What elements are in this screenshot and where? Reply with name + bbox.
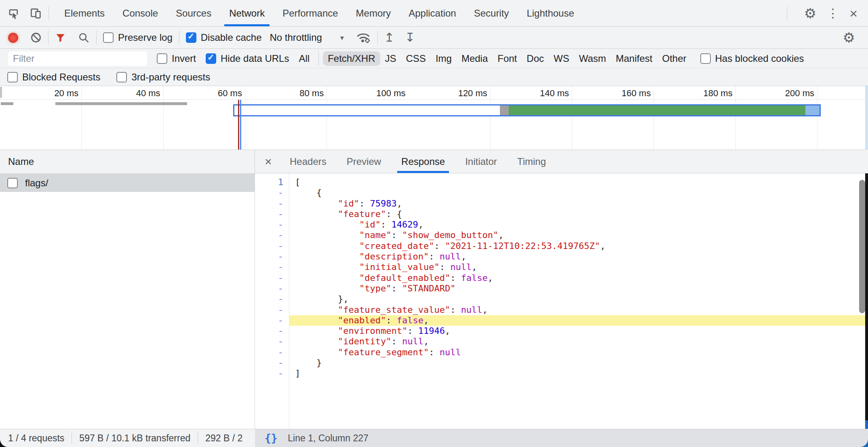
request-type-filters: AllFetch/XHRJSCSSImgMediaFontDocWSWasmMa… — [294, 51, 691, 66]
main-tab-memory[interactable]: Memory — [347, 0, 400, 26]
fold-marker: - — [255, 294, 289, 304]
filter-type-font[interactable]: Font — [493, 51, 522, 66]
response-line: - "feature_segment": null — [255, 347, 865, 358]
hide-data-urls-checkbox[interactable] — [206, 53, 216, 64]
response-json: 1[- {- "id": 75983,- "feature": {- "id":… — [255, 177, 865, 379]
fold-marker: - — [255, 230, 289, 240]
filter-type-doc[interactable]: Doc — [522, 51, 549, 66]
status-item: 1 / 4 requests — [8, 433, 64, 444]
network-settings-gear-icon[interactable]: ⚙ — [843, 31, 855, 44]
close-icon[interactable]: × — [849, 6, 857, 20]
name-column-header[interactable]: Name — [0, 150, 255, 174]
main-tab-performance[interactable]: Performance — [274, 0, 347, 26]
request-bar-small[interactable] — [1, 102, 13, 105]
preserve-log-checkbox[interactable] — [103, 32, 114, 43]
status-item: 597 B / 10.1 kB transferred — [79, 433, 190, 444]
filter-type-img[interactable]: Img — [431, 51, 457, 66]
ruler-tick-label: 200 ms — [757, 88, 814, 99]
device-toolbar-icon[interactable] — [29, 7, 42, 20]
search-icon[interactable] — [78, 32, 90, 44]
more-kebab-icon[interactable]: ⋮ — [827, 7, 839, 19]
vertical-scrollbar[interactable] — [859, 180, 865, 313]
response-line-highlighted: - "enabled": false, — [255, 315, 865, 326]
has-blocked-cookies-label: Has blocked cookies — [715, 53, 804, 64]
details-tab-initiator[interactable]: Initiator — [456, 150, 506, 173]
response-line: - "feature": { — [255, 209, 865, 219]
main-tab-elements[interactable]: Elements — [55, 0, 114, 26]
response-line: - "initial_value": null, — [255, 262, 865, 272]
blocked-requests-checkbox[interactable] — [7, 72, 18, 82]
main-tab-application[interactable]: Application — [400, 0, 465, 26]
request-name: flags/ — [25, 177, 48, 189]
disable-cache-checkbox[interactable] — [186, 32, 196, 43]
fold-marker: - — [255, 188, 289, 198]
status-item: 292 B / 2 — [205, 433, 242, 444]
name-header-label: Name — [8, 156, 34, 167]
filter-type-media[interactable]: Media — [457, 51, 493, 66]
network-conditions-icon[interactable] — [356, 31, 371, 44]
filter-type-other[interactable]: Other — [657, 51, 691, 66]
inspect-icon[interactable] — [7, 7, 20, 20]
details-tab-timing[interactable]: Timing — [508, 150, 555, 173]
export-har-icon[interactable]: ↧ — [405, 32, 415, 44]
domcontentloaded-event-line — [240, 100, 241, 150]
filter-input[interactable] — [8, 51, 147, 66]
main-tab-console[interactable]: Console — [114, 0, 167, 26]
settings-gear-icon[interactable]: ⚙ — [804, 6, 816, 20]
requests-summary-bar: 1 / 4 requests597 B / 10.1 kB transferre… — [0, 429, 255, 447]
fold-marker: - — [255, 347, 289, 358]
main-tab-network[interactable]: Network — [220, 0, 274, 26]
record-button[interactable] — [8, 33, 18, 43]
filter-type-all[interactable]: All — [294, 51, 314, 66]
filter-type-manifest[interactable]: Manifest — [611, 51, 657, 66]
request-bar-small[interactable] — [55, 102, 187, 105]
invert-checkbox[interactable] — [157, 53, 167, 64]
divider — [318, 52, 319, 65]
fold-marker: - — [255, 198, 289, 209]
response-line: - "name": "show_demo_button", — [255, 230, 865, 240]
filter-funnel-icon[interactable] — [55, 32, 66, 43]
line-number: 1 — [255, 177, 289, 188]
main-tab-sources[interactable]: Sources — [167, 0, 220, 26]
details-tab-strip: HeadersPreviewResponseInitiatorTiming — [278, 150, 555, 173]
response-line: -] — [255, 368, 865, 379]
requests-panel: Name flags/ — [0, 150, 255, 429]
request-row-checkbox[interactable] — [7, 178, 18, 188]
main-tab-security[interactable]: Security — [465, 0, 518, 26]
details-tab-preview[interactable]: Preview — [338, 150, 390, 173]
filter-type-css[interactable]: CSS — [401, 51, 431, 66]
response-line: - "feature_state_value": null, — [255, 305, 865, 315]
ruler-separator — [0, 99, 865, 100]
filter-type-js[interactable]: JS — [380, 51, 401, 66]
close-details-icon[interactable]: × — [265, 155, 278, 169]
throttling-select[interactable]: No throttling — [270, 32, 322, 43]
fold-marker: - — [255, 305, 289, 315]
selected-request-bar[interactable] — [233, 104, 821, 116]
ruler-tick-label: 100 ms — [348, 88, 406, 99]
pretty-print-icon[interactable]: {} — [265, 432, 277, 444]
clear-icon[interactable] — [30, 32, 42, 43]
response-line: - "created_date": "2021-11-12T10:22:53.4… — [255, 241, 865, 251]
details-tab-headers[interactable]: Headers — [281, 150, 335, 173]
details-tab-response[interactable]: Response — [392, 150, 454, 173]
main-tab-strip: ElementsConsoleSourcesNetworkPerformance… — [55, 0, 583, 26]
network-overview-waterfall[interactable]: 20 ms40 ms60 ms80 ms100 ms120 ms140 ms16… — [0, 86, 865, 150]
devtools-window: ElementsConsoleSourcesNetworkPerformance… — [0, 0, 868, 447]
response-line: - "description": null, — [255, 251, 865, 262]
fold-marker: - — [255, 219, 289, 230]
fold-marker: - — [255, 251, 289, 262]
filter-type-fetch-xhr[interactable]: Fetch/XHR — [323, 51, 380, 66]
window-edge — [865, 86, 868, 150]
network-options-bar: Blocked Requests 3rd-party requests — [0, 68, 868, 86]
third-party-checkbox[interactable] — [116, 72, 127, 82]
filter-type-ws[interactable]: WS — [549, 51, 574, 66]
request-row-flags[interactable]: flags/ — [0, 174, 255, 192]
ruler-tick-label: 40 ms — [103, 88, 160, 99]
has-blocked-cookies-checkbox[interactable] — [700, 53, 711, 64]
response-viewer[interactable]: 1[- {- "id": 75983,- "feature": {- "id":… — [255, 173, 865, 429]
filter-type-wasm[interactable]: Wasm — [574, 51, 611, 66]
import-har-icon[interactable]: ↥ — [384, 32, 394, 44]
chevron-down-icon[interactable]: ▼ — [339, 34, 345, 41]
divider — [198, 432, 198, 444]
main-tab-lighthouse[interactable]: Lighthouse — [518, 0, 583, 26]
